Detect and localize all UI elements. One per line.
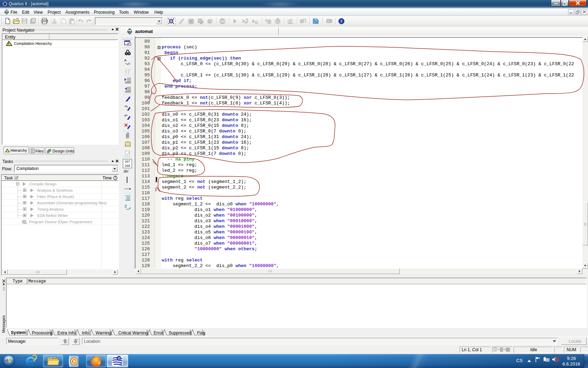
svg-text:II: II: [118, 356, 121, 360]
